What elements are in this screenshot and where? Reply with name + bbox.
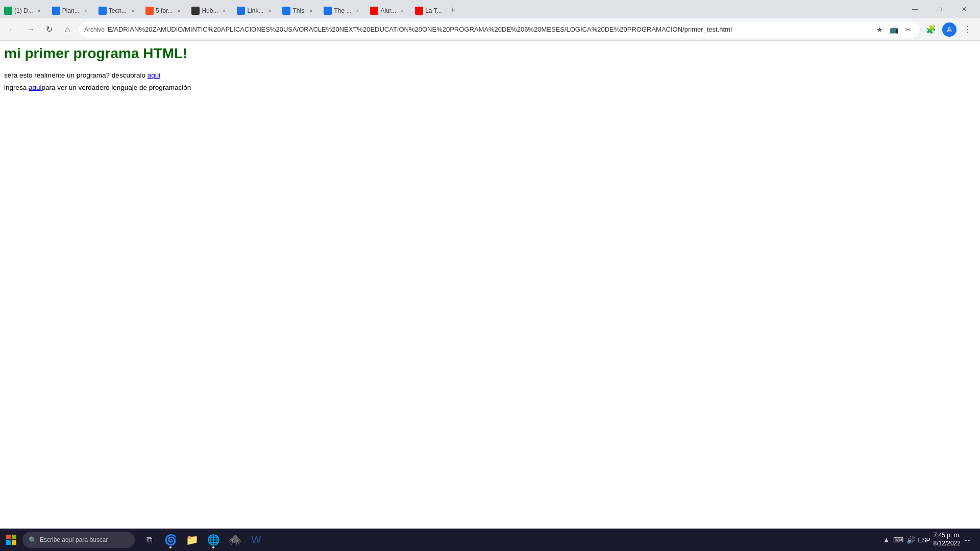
address-input[interactable] xyxy=(108,26,870,33)
tray-notifications[interactable]: 🗨 xyxy=(964,536,971,544)
taskbar-search-placeholder: Escribe aquí para buscar xyxy=(40,536,108,543)
taskbar-search[interactable]: 🔍 Escribe aquí para buscar xyxy=(22,532,135,548)
windows-logo-icon xyxy=(6,535,16,545)
tab-favicon-tab7 xyxy=(282,7,290,15)
tab-favicon-tab3 xyxy=(99,7,107,15)
profile-button[interactable]: A xyxy=(941,21,958,38)
taskbar: 🔍 Escribe aquí para buscar ⧉ 🌀 📁 🌐 🕷️ xyxy=(0,529,980,551)
tab-close-tab5[interactable]: × xyxy=(220,7,228,15)
menu-button[interactable]: ⋮ xyxy=(960,21,976,38)
tab-close-tab7[interactable]: × xyxy=(307,7,315,15)
back-button[interactable]: ← xyxy=(4,21,20,38)
tray-keyboard[interactable]: ⌨ xyxy=(893,536,903,544)
taskbar-app-taskview[interactable]: ⧉ xyxy=(139,530,159,550)
extensions-button[interactable]: 🧩 xyxy=(923,21,939,38)
paragraph-2-before: ingresa xyxy=(4,84,29,91)
explorer-icon: 📁 xyxy=(186,534,199,546)
paragraph-1-link[interactable]: aqui xyxy=(148,71,161,79)
tab-favicon-tab2 xyxy=(52,7,60,15)
svg-rect-2 xyxy=(6,540,11,545)
tab-bar: (1) D...×Plan...×Tecn...×5 for...×Hub...… xyxy=(0,0,980,18)
tab-favicon-tab8 xyxy=(324,7,332,15)
tab-favicon-tab1 xyxy=(4,7,12,15)
chrome-icon: 🌐 xyxy=(207,534,220,546)
toolbar: ← → ↻ ⌂ Archivo ★ 📺 ✂ 🧩 A ⋮ xyxy=(0,18,980,41)
tray-volume[interactable]: 🔊 xyxy=(906,536,915,544)
taskbar-app-edge[interactable]: 🌀 xyxy=(160,530,181,550)
svg-rect-3 xyxy=(12,540,16,545)
address-right-icons: ★ 📺 ✂ xyxy=(873,23,914,36)
home-button[interactable]: ⌂ xyxy=(59,21,76,38)
tab-label-tab2: Plan... xyxy=(62,7,80,14)
svg-rect-1 xyxy=(12,535,16,539)
browser-tab-tab2[interactable]: Plan...× xyxy=(48,3,94,18)
show-desktop-button[interactable] xyxy=(975,530,978,550)
start-button[interactable] xyxy=(2,531,20,549)
tab-label-tab9: Alur... xyxy=(380,7,396,14)
tab-label-tab6: Link... xyxy=(247,7,263,14)
taskbar-apps: ⧉ 🌀 📁 🌐 🕷️ W xyxy=(139,530,266,550)
app-indicator-2 xyxy=(212,546,214,548)
tab-close-tab8[interactable]: × xyxy=(353,7,361,15)
tab-close-tab4[interactable]: × xyxy=(175,7,183,15)
svg-rect-0 xyxy=(6,535,11,539)
paragraph-2-after: para ver un verdadero lenguaje de progra… xyxy=(42,84,191,91)
clock-time: 7:45 p. m. xyxy=(934,532,961,540)
browser-tab-tab6[interactable]: Link...× xyxy=(233,3,278,18)
page-content: mi primer programa HTML! sera esto realm… xyxy=(0,41,980,529)
taskbar-app-explorer[interactable]: 📁 xyxy=(182,530,202,550)
minimize-button[interactable]: — xyxy=(903,2,927,16)
tab-label-tab10: La T... xyxy=(425,7,442,14)
taskbar-clock[interactable]: 7:45 p. m. 8/12/2022 xyxy=(934,532,961,547)
forward-button[interactable]: → xyxy=(22,21,39,38)
tab-favicon-tab9 xyxy=(370,7,378,15)
taskbar-app-spyder[interactable]: 🕷️ xyxy=(225,530,245,550)
browser-tab-tab5[interactable]: Hub...× xyxy=(187,3,232,18)
tab-label-tab7: This xyxy=(292,7,305,14)
browser-tab-tab8[interactable]: The ...× xyxy=(320,3,365,18)
browser-tab-tab3[interactable]: Tecn...× xyxy=(94,3,141,18)
screenshot-button[interactable]: ✂ xyxy=(902,23,914,36)
edge-icon: 🌀 xyxy=(164,534,177,546)
reload-button[interactable]: ↻ xyxy=(41,21,57,38)
tab-close-tab3[interactable]: × xyxy=(129,7,137,15)
app-indicator xyxy=(169,546,172,548)
word-icon: W xyxy=(252,534,261,546)
cast-button[interactable]: 📺 xyxy=(888,23,900,36)
tab-favicon-tab6 xyxy=(237,7,245,15)
tab-favicon-tab5 xyxy=(191,7,200,15)
browser-tab-tab7[interactable]: This× xyxy=(278,3,319,18)
window-controls: — □ ✕ xyxy=(903,2,980,16)
tab-close-tab9[interactable]: × xyxy=(398,7,406,15)
paragraph-2: ingresa aquipara ver un verdadero lengua… xyxy=(4,83,976,93)
tab-close-tab1[interactable]: × xyxy=(35,7,43,15)
tab-label-tab4: 5 for... xyxy=(156,7,173,14)
browser-tab-tab9[interactable]: Alur...× xyxy=(366,3,410,18)
taskview-icon: ⧉ xyxy=(146,535,152,544)
taskbar-app-chrome-edge2[interactable]: 🌐 xyxy=(203,530,224,550)
close-button[interactable]: ✕ xyxy=(952,2,976,16)
browser-window: (1) D...×Plan...×Tecn...×5 for...×Hub...… xyxy=(0,0,980,551)
taskbar-tray: ▲ ⌨ 🔊 ESP 7:45 p. m. 8/12/2022 🗨 xyxy=(883,532,973,547)
tray-chevron[interactable]: ▲ xyxy=(883,536,890,544)
maximize-button[interactable]: □ xyxy=(928,2,951,16)
profile-avatar: A xyxy=(942,22,957,37)
page-heading: mi primer programa HTML! xyxy=(4,45,976,62)
tab-close-tab6[interactable]: × xyxy=(265,7,274,15)
spyder-icon: 🕷️ xyxy=(229,534,241,546)
bookmark-button[interactable]: ★ xyxy=(873,23,886,36)
taskbar-app-word[interactable]: W xyxy=(246,530,266,550)
tray-language[interactable]: ESP xyxy=(918,536,930,544)
protocol-label: Archivo xyxy=(84,26,105,33)
paragraph-2-link[interactable]: aqui xyxy=(29,84,42,91)
address-bar-container: Archivo ★ 📺 ✂ xyxy=(78,21,921,38)
clock-date: 8/12/2022 xyxy=(934,540,961,548)
tab-label-tab3: Tecn... xyxy=(109,7,127,14)
new-tab-button[interactable]: + xyxy=(446,3,460,17)
browser-tab-tab1[interactable]: (1) D...× xyxy=(0,3,47,18)
tab-label-tab5: Hub... xyxy=(202,7,218,14)
tab-close-tab2[interactable]: × xyxy=(82,7,90,15)
browser-tab-tab4[interactable]: 5 for...× xyxy=(141,3,187,18)
tab-favicon-tab4 xyxy=(145,7,154,15)
browser-tab-tab10[interactable]: La T...× xyxy=(411,3,444,18)
